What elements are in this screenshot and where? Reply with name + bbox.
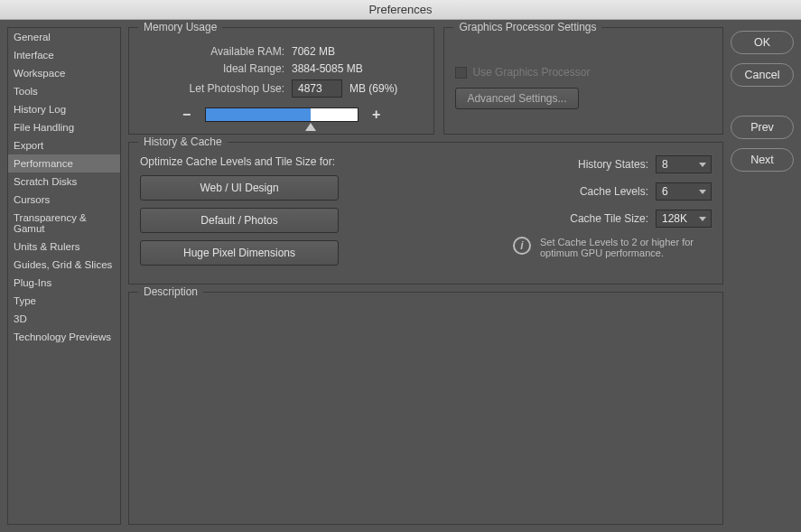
- sidebar-item-technology-previews[interactable]: Technology Previews: [8, 328, 120, 346]
- sidebar-item-guides-grid-slices[interactable]: Guides, Grid & Slices: [8, 256, 120, 274]
- memory-slider-thumb[interactable]: [305, 123, 316, 131]
- sidebar-item-interface[interactable]: Interface: [8, 46, 120, 64]
- sidebar-item-cursors[interactable]: Cursors: [8, 191, 120, 209]
- history-states-label: History States:: [578, 158, 648, 171]
- cache-levels-select[interactable]: 6: [656, 182, 712, 201]
- memory-decrease-button[interactable]: −: [178, 107, 196, 123]
- default-photos-button[interactable]: Default / Photos: [140, 208, 339, 233]
- cache-tile-label: Cache Tile Size:: [570, 212, 648, 225]
- sidebar-item-file-handling[interactable]: File Handling: [8, 118, 120, 136]
- sidebar-item-plugins[interactable]: Plug-Ins: [8, 274, 120, 292]
- preferences-sidebar: General Interface Workspace Tools Histor…: [7, 27, 121, 525]
- sidebar-item-transparency-gamut[interactable]: Transparency & Gamut: [8, 209, 120, 238]
- history-legend: History & Cache: [138, 135, 228, 148]
- memory-slider[interactable]: [205, 107, 359, 122]
- description-group: Description: [128, 292, 723, 525]
- sidebar-item-workspace[interactable]: Workspace: [8, 64, 120, 82]
- use-gpu-label: Use Graphics Processor: [472, 66, 590, 79]
- description-legend: Description: [138, 285, 203, 298]
- window-title: Preferences: [0, 0, 801, 20]
- info-text: Set Cache Levels to 2 or higher for opti…: [540, 237, 712, 258]
- sidebar-item-tools[interactable]: Tools: [8, 82, 120, 100]
- sidebar-item-type[interactable]: Type: [8, 292, 120, 310]
- ideal-range-label: Ideal Range:: [140, 62, 284, 75]
- sidebar-item-export[interactable]: Export: [8, 136, 120, 154]
- cache-tile-select[interactable]: 128K: [656, 210, 712, 228]
- sidebar-item-scratch-disks[interactable]: Scratch Disks: [8, 173, 120, 191]
- sidebar-item-performance[interactable]: Performance: [8, 154, 120, 173]
- optimize-hint: Optimize Cache Levels and Tile Size for:: [140, 155, 413, 168]
- memory-increase-button[interactable]: +: [368, 107, 386, 123]
- sidebar-item-general[interactable]: General: [8, 28, 120, 46]
- use-gpu-checkbox[interactable]: [455, 67, 467, 79]
- next-button[interactable]: Next: [731, 148, 794, 172]
- web-ui-design-button[interactable]: Web / UI Design: [140, 175, 339, 201]
- history-cache-group: History & Cache Optimize Cache Levels an…: [128, 142, 723, 285]
- ideal-range-value: 3884-5085 MB: [292, 62, 363, 75]
- prev-button[interactable]: Prev: [731, 116, 794, 139]
- memory-slider-fill: [206, 108, 311, 121]
- photoshop-use-suffix: MB (69%): [349, 82, 397, 95]
- available-ram-label: Available RAM:: [140, 45, 284, 58]
- gpu-legend: Graphics Processor Settings: [453, 21, 601, 33]
- photoshop-use-input[interactable]: [292, 79, 342, 98]
- graphics-processor-group: Graphics Processor Settings Use Graphics…: [443, 27, 723, 135]
- cancel-button[interactable]: Cancel: [731, 63, 794, 87]
- memory-legend: Memory Usage: [138, 21, 222, 33]
- memory-usage-group: Memory Usage Available RAM: 7062 MB Idea…: [128, 27, 434, 135]
- sidebar-item-units-rulers[interactable]: Units & Rulers: [8, 238, 120, 256]
- info-icon: i: [513, 237, 531, 255]
- photoshop-use-label: Let Photoshop Use:: [140, 82, 284, 95]
- ok-button[interactable]: OK: [731, 31, 794, 54]
- huge-pixel-button[interactable]: Huge Pixel Dimensions: [140, 240, 339, 266]
- sidebar-item-3d[interactable]: 3D: [8, 310, 120, 328]
- history-states-select[interactable]: 8: [656, 155, 712, 173]
- available-ram-value: 7062 MB: [292, 45, 335, 58]
- cache-levels-label: Cache Levels:: [580, 185, 648, 198]
- advanced-settings-button[interactable]: Advanced Settings...: [455, 88, 578, 109]
- sidebar-item-history-log[interactable]: History Log: [8, 100, 120, 118]
